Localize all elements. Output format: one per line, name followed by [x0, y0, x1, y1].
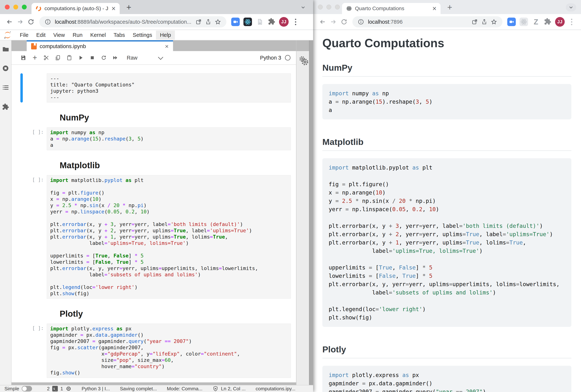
menu-file[interactable]: File	[16, 30, 32, 40]
cell-prompt: [ ]:	[12, 324, 47, 378]
bookmark-star-icon[interactable]	[489, 17, 499, 27]
document-extension-icon[interactable]	[256, 17, 264, 26]
cell-editor[interactable]: import matplotlib.pyplot as plt fig = pl…	[47, 175, 291, 299]
extension-manager-icon[interactable]	[2, 103, 9, 111]
command-mode-status[interactable]: Mode: Comma...	[167, 386, 202, 392]
cursor-position[interactable]: Ln 2, Col ...	[221, 386, 246, 392]
cell-editor[interactable]: ---title: "Quarto Computations"jupyter: …	[47, 73, 291, 103]
close-tab-icon[interactable]: ×	[432, 5, 436, 12]
react-devtools-extension-icon[interactable]	[520, 17, 528, 26]
share-icon[interactable]	[204, 17, 213, 27]
share-icon[interactable]	[480, 17, 489, 27]
minimize-window-button[interactable]	[13, 5, 18, 9]
notebook-tab-title: computations.ipynb	[40, 43, 162, 49]
save-icon[interactable]	[20, 54, 27, 61]
site-info-icon[interactable]	[43, 17, 52, 27]
file-browser-icon[interactable]	[2, 45, 9, 53]
restart-kernel-icon[interactable]	[100, 54, 107, 61]
tab-search-chevron-icon[interactable]	[566, 3, 576, 11]
kernel-status-text[interactable]: Python 3 | I...	[82, 386, 110, 392]
reload-icon[interactable]	[26, 16, 36, 27]
run-cell-icon[interactable]	[78, 54, 84, 61]
running-sessions-icon[interactable]	[2, 65, 9, 73]
notebook-content[interactable]: ---title: "Quarto Computations"jupyter: …	[12, 65, 296, 382]
browser-menu-icon[interactable]	[292, 19, 299, 25]
new-tab-button[interactable]: +	[447, 2, 452, 12]
zoom-window-button[interactable]	[22, 5, 27, 9]
close-window-button[interactable]	[318, 5, 323, 9]
site-info-icon[interactable]	[356, 17, 366, 27]
browser-menu-icon[interactable]	[568, 19, 575, 25]
copy-cells-icon[interactable]	[54, 54, 61, 61]
section-divider	[322, 76, 571, 77]
new-tab-button[interactable]: +	[126, 2, 131, 12]
cell-prompt: [ ]:	[12, 175, 47, 299]
browser-profile-avatar[interactable]: JJ	[555, 17, 565, 27]
cell-type-chevron-icon[interactable]	[158, 55, 163, 60]
property-inspector-gears-icon[interactable]	[298, 55, 309, 66]
tab-search-chevron-icon[interactable]	[298, 3, 308, 11]
cell-editor[interactable]: import numpy as npa = np.arange(15).resh…	[47, 127, 291, 150]
code-block-numpy: import numpy as npa = np.arange(15).resh…	[322, 84, 571, 119]
url-text: localhost:7896	[368, 19, 470, 25]
menu-help[interactable]: Help	[156, 30, 175, 40]
cell-editor[interactable]: import plotly.express as pxgapminder = p…	[47, 324, 291, 378]
close-notebook-icon[interactable]: ×	[165, 43, 168, 49]
open-in-window-icon[interactable]	[194, 17, 204, 27]
browser-tab-jupyter[interactable]: computations.ip (auto-S) - Jup ×	[32, 3, 120, 14]
bookmark-star-icon[interactable]	[213, 17, 223, 27]
menu-view[interactable]: View	[50, 30, 69, 40]
back-icon[interactable]	[4, 16, 15, 27]
close-window-button[interactable]	[5, 5, 10, 9]
matplotlib-code-cell[interactable]: [ ]: import matplotlib.pyplot as plt fig…	[12, 175, 296, 299]
minimize-window-button[interactable]	[326, 5, 331, 9]
zoom-extension-icon[interactable]	[507, 17, 516, 26]
menu-kernel[interactable]: Kernel	[86, 30, 110, 40]
table-of-contents-icon[interactable]	[2, 84, 9, 92]
react-devtools-extension-icon[interactable]	[244, 17, 252, 26]
browser-extensions-puzzle-icon[interactable]	[544, 18, 551, 26]
quarto-rendered-page[interactable]: Quarto Computations NumPy import numpy a…	[313, 30, 581, 392]
menu-run[interactable]: Run	[69, 30, 86, 40]
address-bar[interactable]: localhost:7896	[352, 16, 502, 27]
reload-icon[interactable]	[339, 16, 350, 27]
menu-tabs[interactable]: Tabs	[110, 30, 129, 40]
cell-type-dropdown[interactable]: Raw	[127, 55, 138, 61]
forward-icon[interactable]	[15, 16, 26, 27]
browser-profile-avatar[interactable]: JJ	[279, 17, 289, 27]
add-cell-icon[interactable]: +	[32, 54, 38, 61]
zoom-window-button[interactable]	[335, 5, 340, 9]
scrollbar[interactable]	[309, 40, 313, 385]
terminal-count: 2	[47, 386, 50, 392]
zoom-extension-icon[interactable]	[231, 17, 240, 26]
menu-edit[interactable]: Edit	[32, 30, 50, 40]
jupyter-menubar: File Edit View Run Kernel Tabs Settings …	[0, 30, 313, 40]
browser-tab-quarto[interactable]: Quarto Computations ×	[342, 3, 440, 14]
paste-cells-icon[interactable]	[66, 54, 72, 61]
page-title: Quarto Computations	[322, 37, 571, 50]
browser-extensions-puzzle-icon[interactable]	[268, 18, 275, 26]
address-bar[interactable]: localhost:8889/lab/workspaces/auto-S/tre…	[39, 16, 226, 27]
interrupt-kernel-icon[interactable]	[89, 54, 96, 61]
simple-mode-toggle[interactable]	[22, 386, 32, 392]
menu-settings[interactable]: Settings	[129, 30, 156, 40]
notebook-document-tab[interactable]: computations.ipynb ×	[27, 40, 173, 51]
kernel-status-icon[interactable]	[285, 55, 290, 60]
section-divider	[322, 358, 571, 358]
markdown-heading-numpy: NumPy	[60, 112, 296, 123]
close-tab-icon[interactable]: ×	[112, 5, 116, 12]
cut-cells-icon[interactable]	[43, 54, 50, 61]
notebook-file-icon	[31, 43, 37, 49]
left-tabstrip: computations.ip (auto-S) - Jup × +	[0, 0, 313, 14]
url-text: localhost:8889/lab/workspaces/auto-S/tre…	[55, 19, 194, 25]
open-in-window-icon[interactable]	[470, 17, 480, 27]
numpy-code-cell[interactable]: [ ]: import numpy as npa = np.arange(15)…	[12, 127, 296, 150]
z-extension-icon[interactable]: Z	[532, 18, 540, 26]
raw-frontmatter-cell[interactable]: ---title: "Quarto Computations"jupyter: …	[12, 73, 296, 103]
kernel-name[interactable]: Python 3	[260, 55, 281, 61]
restart-run-all-icon[interactable]	[112, 54, 118, 61]
saving-status: Saving complet...	[120, 386, 157, 392]
back-icon[interactable]	[317, 16, 328, 27]
forward-icon[interactable]	[328, 16, 339, 27]
plotly-code-cell[interactable]: [ ]: import plotly.express as pxgapminde…	[12, 324, 296, 378]
